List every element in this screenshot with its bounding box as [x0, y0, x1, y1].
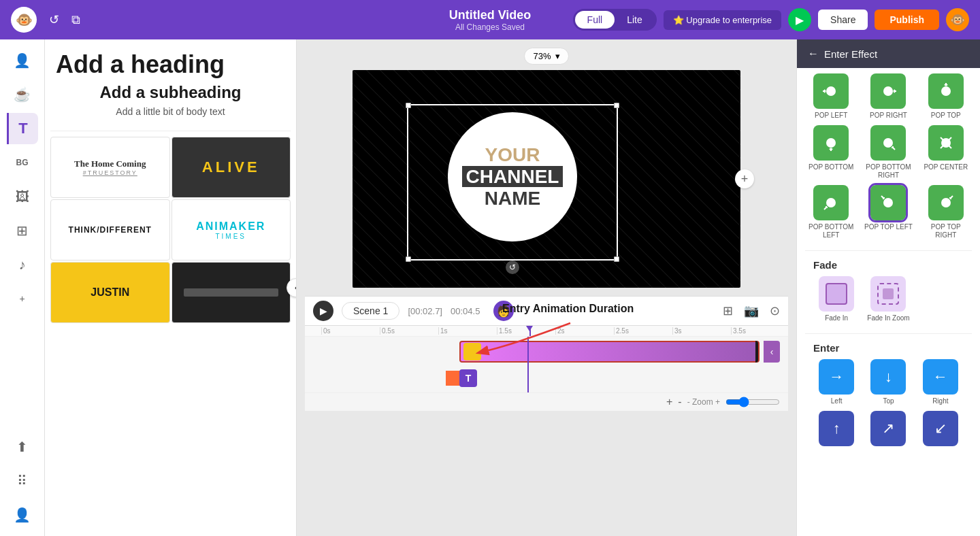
sidebar-item-more[interactable]: +: [7, 283, 38, 314]
canvas-inner: YOUR CHANNEL NAME ↺ ⚙ ⚙ 🗑: [353, 70, 740, 288]
handle-top-left[interactable]: [406, 103, 411, 108]
t-icon[interactable]: T: [459, 369, 477, 387]
template-homecoming[interactable]: The Home Coming #TRUESTORY: [50, 137, 170, 198]
duplicate-button[interactable]: ⧉: [67, 10, 84, 30]
upgrade-button[interactable]: ⭐ Upgrade to enterprise: [664, 10, 781, 30]
track-extend[interactable]: ‹: [764, 341, 780, 363]
template-darkbar[interactable]: [172, 262, 291, 323]
subheading-text[interactable]: Add a subheading: [56, 83, 285, 102]
effect-pop-top[interactable]: POP TOP: [920, 73, 972, 120]
share-button[interactable]: Share: [818, 10, 868, 30]
fade-section-title: Fade: [805, 256, 972, 276]
enter-section: Enter → Left ↓ Top: [797, 334, 980, 460]
mode-lite-button[interactable]: Lite: [615, 11, 655, 29]
template-alive-text: ALIVE: [202, 158, 260, 176]
sidebar-item-profile[interactable]: 👤: [7, 499, 38, 531]
mode-full-button[interactable]: Full: [575, 11, 615, 29]
sidebar-item-text[interactable]: T: [7, 113, 38, 144]
timeline-zoom-controls: + - - Zoom +: [305, 392, 788, 411]
channel-text-line2: CHANNEL: [462, 166, 564, 187]
timeline: ▶ Scene 1 [00:02.7] 00:04.5 🧑 ⊞ 📷 ⊙ 0s 0…: [305, 296, 788, 411]
zoom-slider[interactable]: [725, 397, 780, 407]
enter-top[interactable]: ↓ Top: [865, 359, 911, 405]
effect-pop-top-left[interactable]: POP TOP LEFT: [862, 185, 914, 239]
handle-bottom-left[interactable]: [406, 256, 411, 262]
effect-pop-top-right[interactable]: POP TOP RIGHT: [920, 185, 972, 239]
zoom-in-button[interactable]: +: [666, 396, 672, 408]
svg-point-6: [826, 198, 836, 207]
enter-right-label: Right: [932, 397, 948, 405]
selected-element[interactable]: YOUR CHANNEL NAME ↺: [407, 104, 618, 261]
channel-text-line3: NAME: [485, 188, 540, 209]
effect-pop-right-label: POP RIGHT: [870, 112, 907, 120]
media-icon: ☕: [14, 86, 31, 103]
enter-5[interactable]: ↗: [865, 411, 911, 449]
enter-5-icon: ↗: [870, 411, 906, 446]
zoom-out-button[interactable]: -: [678, 396, 681, 408]
enter-left[interactable]: → Left: [813, 359, 860, 405]
topbar: 🐵 ↺ ⧉ Untitled Video All Changes Saved F…: [0, 0, 980, 39]
effect-fade-in-zoom-icon: [870, 276, 906, 312]
undo-button[interactable]: ↺: [45, 10, 63, 30]
time-current: [00:02.7]: [408, 306, 442, 316]
effect-pop-bottom-left[interactable]: POP BOTTOM LEFT: [805, 185, 857, 239]
effect-pop-left[interactable]: POP LEFT: [805, 73, 857, 120]
track-end-bar: [755, 341, 758, 363]
enter-4[interactable]: ↑: [813, 411, 860, 449]
sidebar-item-music[interactable]: ♪: [7, 249, 38, 280]
sidebar-item-upload[interactable]: ⬆: [7, 431, 38, 463]
enter-6-icon: ↙: [923, 411, 958, 446]
add-scene-button[interactable]: +: [735, 169, 754, 188]
ruler-3.5s: 3.5s: [731, 327, 788, 335]
timeline-target-icon[interactable]: ⊙: [770, 303, 780, 318]
enter-4-icon: ↑: [819, 411, 854, 446]
panel-back-button[interactable]: ←: [808, 48, 819, 60]
effect-pop-left-label: POP LEFT: [815, 112, 847, 120]
effect-fade-in[interactable]: Fade In: [813, 276, 860, 322]
body-text[interactable]: Add a little bit of body text: [56, 106, 285, 117]
template-animaker[interactable]: ANIMAKER TIMES: [172, 199, 291, 261]
handle-bottom-right[interactable]: [614, 256, 619, 262]
canvas-frame: YOUR CHANNEL NAME ↺ ⚙ ⚙ 🗑 +: [353, 70, 740, 288]
effect-pop-bottom-left-icon: [813, 185, 849, 220]
timeline-camera-icon[interactable]: 📷: [744, 303, 759, 318]
template-alive[interactable]: ALIVE: [172, 137, 291, 198]
sidebar-item-grid[interactable]: ⠿: [7, 465, 38, 497]
effect-fade-in-zoom[interactable]: Fade In Zoom: [865, 276, 911, 322]
sidebar-item-avatar[interactable]: 👤: [7, 45, 38, 76]
effect-pop-bottom-right[interactable]: POP BOTTOM RIGHT: [862, 125, 914, 180]
main-track-block[interactable]: [459, 341, 760, 363]
effect-pop-left-icon: [813, 73, 849, 109]
effect-pop-bottom[interactable]: POP BOTTOM: [805, 125, 857, 180]
preview-play-button[interactable]: ▶: [788, 8, 811, 31]
sidebar-item-media[interactable]: ☕: [7, 79, 38, 110]
save-status: All Changes Saved: [449, 22, 532, 32]
enter-left-label: Left: [831, 397, 843, 405]
template-think[interactable]: THINK/DIFFERENT: [50, 199, 170, 261]
templates-icon: ⊞: [16, 222, 28, 239]
canvas-area: 73% ▾ YOUR CHANNEL NA: [297, 39, 796, 536]
heading-text[interactable]: Add a heading: [56, 50, 285, 79]
effect-pop-center[interactable]: POP CENTER: [920, 125, 972, 180]
sidebar-item-image[interactable]: 🖼: [7, 181, 38, 212]
timeline-scene-icon[interactable]: ⊞: [723, 303, 733, 318]
enter-6[interactable]: ↙: [917, 411, 964, 449]
effect-pop-center-icon: [928, 125, 964, 161]
orange-dot[interactable]: [446, 371, 461, 386]
enter-right[interactable]: ← Right: [917, 359, 964, 405]
zoom-control[interactable]: 73% ▾: [524, 48, 568, 65]
handle-top-right[interactable]: [614, 103, 619, 108]
sidebar-item-background[interactable]: BG: [7, 147, 38, 178]
rotate-handle[interactable]: ↺: [506, 261, 519, 274]
avatar-icon: 👤: [14, 52, 31, 69]
channel-text-line1: YOUR: [485, 144, 540, 165]
publish-button[interactable]: Publish: [875, 10, 939, 30]
effect-pop-bottom-right-icon: [870, 125, 906, 161]
enter-top-label: Top: [883, 397, 894, 405]
enter-top-icon: ↓: [870, 359, 906, 395]
pop-effects-grid-row2: POP BOTTOM POP BOTTOM RIGHT POP CENTER: [805, 125, 972, 180]
effect-pop-right[interactable]: POP RIGHT: [862, 73, 914, 120]
play-scene-button[interactable]: ▶: [313, 301, 333, 321]
template-justin[interactable]: JUSTIN: [50, 262, 170, 323]
sidebar-item-templates[interactable]: ⊞: [7, 215, 38, 246]
